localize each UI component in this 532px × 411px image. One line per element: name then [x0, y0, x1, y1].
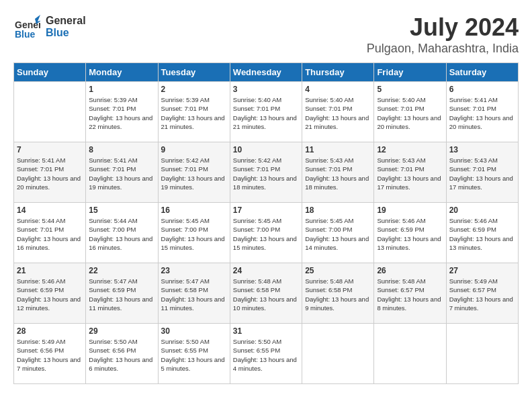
calendar-cell: 18Sunrise: 5:45 AM Sunset: 7:00 PM Dayli… — [302, 203, 374, 263]
calendar-cell: 14Sunrise: 5:44 AM Sunset: 7:01 PM Dayli… — [14, 203, 86, 263]
day-info: Sunrise: 5:47 AM Sunset: 6:59 PM Dayligh… — [89, 277, 154, 312]
day-number: 9 — [161, 145, 227, 154]
day-info: Sunrise: 5:44 AM Sunset: 7:00 PM Dayligh… — [89, 216, 154, 252]
day-number: 19 — [377, 205, 443, 215]
day-info: Sunrise: 5:46 AM Sunset: 6:59 PM Dayligh… — [17, 277, 83, 312]
calendar-cell: 22Sunrise: 5:47 AM Sunset: 6:59 PM Dayli… — [86, 263, 158, 324]
day-info: Sunrise: 5:42 AM Sunset: 7:01 PM Dayligh… — [161, 156, 227, 191]
calendar-cell — [374, 324, 446, 384]
calendar-week-row: 21Sunrise: 5:46 AM Sunset: 6:59 PM Dayli… — [14, 263, 519, 324]
calendar-cell: 29Sunrise: 5:50 AM Sunset: 6:56 PM Dayli… — [86, 324, 158, 384]
calendar-cell: 12Sunrise: 5:43 AM Sunset: 7:01 PM Dayli… — [374, 142, 446, 203]
day-number: 1 — [89, 85, 154, 94]
logo: General Blue General Blue — [13, 13, 86, 40]
weekday-header: Sunday — [14, 63, 86, 82]
calendar-title: July 2024 — [367, 13, 519, 42]
day-number: 13 — [449, 145, 515, 154]
day-info: Sunrise: 5:45 AM Sunset: 7:00 PM Dayligh… — [161, 216, 227, 252]
calendar-week-row: 14Sunrise: 5:44 AM Sunset: 7:01 PM Dayli… — [14, 203, 519, 263]
calendar-cell: 20Sunrise: 5:46 AM Sunset: 6:59 PM Dayli… — [446, 203, 518, 263]
day-number: 11 — [305, 145, 371, 154]
svg-text:Blue: Blue — [15, 29, 36, 40]
day-info: Sunrise: 5:44 AM Sunset: 7:01 PM Dayligh… — [17, 216, 83, 252]
calendar-cell: 15Sunrise: 5:44 AM Sunset: 7:00 PM Dayli… — [86, 203, 158, 263]
day-info: Sunrise: 5:50 AM Sunset: 6:55 PM Dayligh… — [161, 337, 227, 373]
day-number: 18 — [305, 205, 371, 215]
calendar-cell: 31Sunrise: 5:50 AM Sunset: 6:55 PM Dayli… — [230, 324, 302, 384]
day-info: Sunrise: 5:41 AM Sunset: 7:01 PM Dayligh… — [89, 156, 154, 191]
day-number: 4 — [305, 85, 371, 94]
weekday-header: Saturday — [446, 63, 518, 82]
day-info: Sunrise: 5:48 AM Sunset: 6:58 PM Dayligh… — [233, 277, 299, 312]
calendar-cell: 1Sunrise: 5:39 AM Sunset: 7:01 PM Daylig… — [86, 82, 158, 142]
day-info: Sunrise: 5:46 AM Sunset: 6:59 PM Dayligh… — [377, 216, 443, 252]
calendar-table: SundayMondayTuesdayWednesdayThursdayFrid… — [13, 62, 519, 384]
day-info: Sunrise: 5:43 AM Sunset: 7:01 PM Dayligh… — [305, 156, 371, 191]
weekday-header: Wednesday — [230, 63, 302, 82]
weekday-header: Thursday — [302, 63, 374, 82]
day-info: Sunrise: 5:50 AM Sunset: 6:56 PM Dayligh… — [89, 337, 154, 373]
day-number: 20 — [449, 205, 515, 215]
calendar-cell: 16Sunrise: 5:45 AM Sunset: 7:00 PM Dayli… — [158, 203, 230, 263]
day-info: Sunrise: 5:41 AM Sunset: 7:01 PM Dayligh… — [449, 95, 515, 131]
day-number: 3 — [233, 85, 299, 94]
day-info: Sunrise: 5:47 AM Sunset: 6:58 PM Dayligh… — [161, 277, 227, 312]
calendar-week-row: 7Sunrise: 5:41 AM Sunset: 7:01 PM Daylig… — [14, 142, 519, 203]
day-number: 28 — [17, 326, 83, 336]
day-info: Sunrise: 5:49 AM Sunset: 6:56 PM Dayligh… — [17, 337, 83, 373]
day-number: 15 — [89, 205, 154, 215]
day-info: Sunrise: 5:48 AM Sunset: 6:57 PM Dayligh… — [377, 277, 443, 312]
day-info: Sunrise: 5:42 AM Sunset: 7:01 PM Dayligh… — [233, 156, 299, 191]
day-number: 14 — [17, 205, 83, 215]
calendar-cell: 17Sunrise: 5:45 AM Sunset: 7:00 PM Dayli… — [230, 203, 302, 263]
calendar-cell: 4Sunrise: 5:40 AM Sunset: 7:01 PM Daylig… — [302, 82, 374, 142]
logo-icon: General Blue — [13, 13, 40, 40]
calendar-cell: 6Sunrise: 5:41 AM Sunset: 7:01 PM Daylig… — [446, 82, 518, 142]
day-number: 26 — [377, 266, 443, 275]
calendar-cell: 7Sunrise: 5:41 AM Sunset: 7:01 PM Daylig… — [14, 142, 86, 203]
calendar-cell: 3Sunrise: 5:40 AM Sunset: 7:01 PM Daylig… — [230, 82, 302, 142]
calendar-cell: 13Sunrise: 5:43 AM Sunset: 7:01 PM Dayli… — [446, 142, 518, 203]
day-info: Sunrise: 5:49 AM Sunset: 6:57 PM Dayligh… — [449, 277, 515, 312]
day-number: 7 — [17, 145, 83, 154]
day-number: 31 — [233, 326, 299, 336]
calendar-cell: 11Sunrise: 5:43 AM Sunset: 7:01 PM Dayli… — [302, 142, 374, 203]
calendar-cell: 25Sunrise: 5:48 AM Sunset: 6:58 PM Dayli… — [302, 263, 374, 324]
calendar-cell — [14, 82, 86, 142]
day-info: Sunrise: 5:40 AM Sunset: 7:01 PM Dayligh… — [377, 95, 443, 131]
calendar-cell: 30Sunrise: 5:50 AM Sunset: 6:55 PM Dayli… — [158, 324, 230, 384]
day-info: Sunrise: 5:39 AM Sunset: 7:01 PM Dayligh… — [161, 95, 227, 131]
calendar-cell: 26Sunrise: 5:48 AM Sunset: 6:57 PM Dayli… — [374, 263, 446, 324]
day-number: 10 — [233, 145, 299, 154]
day-number: 17 — [233, 205, 299, 215]
day-number: 24 — [233, 266, 299, 275]
weekday-header: Tuesday — [158, 63, 230, 82]
day-info: Sunrise: 5:39 AM Sunset: 7:01 PM Dayligh… — [89, 95, 154, 131]
calendar-cell: 2Sunrise: 5:39 AM Sunset: 7:01 PM Daylig… — [158, 82, 230, 142]
calendar-cell — [302, 324, 374, 384]
logo-blue: Blue — [46, 27, 86, 39]
weekday-header: Friday — [374, 63, 446, 82]
day-info: Sunrise: 5:45 AM Sunset: 7:00 PM Dayligh… — [305, 216, 371, 252]
calendar-cell: 27Sunrise: 5:49 AM Sunset: 6:57 PM Dayli… — [446, 263, 518, 324]
day-info: Sunrise: 5:41 AM Sunset: 7:01 PM Dayligh… — [17, 156, 83, 191]
calendar-cell: 23Sunrise: 5:47 AM Sunset: 6:58 PM Dayli… — [158, 263, 230, 324]
day-info: Sunrise: 5:46 AM Sunset: 6:59 PM Dayligh… — [449, 216, 515, 252]
day-number: 21 — [17, 266, 83, 275]
day-info: Sunrise: 5:50 AM Sunset: 6:55 PM Dayligh… — [233, 337, 299, 373]
day-info: Sunrise: 5:43 AM Sunset: 7:01 PM Dayligh… — [377, 156, 443, 191]
calendar-cell: 8Sunrise: 5:41 AM Sunset: 7:01 PM Daylig… — [86, 142, 158, 203]
title-block: July 2024 Pulgaon, Maharashtra, India — [367, 13, 519, 56]
page-header: General Blue General Blue July 2024 Pulg… — [13, 13, 519, 56]
calendar-cell: 19Sunrise: 5:46 AM Sunset: 6:59 PM Dayli… — [374, 203, 446, 263]
day-number: 27 — [449, 266, 515, 275]
calendar-cell — [446, 324, 518, 384]
calendar-cell: 28Sunrise: 5:49 AM Sunset: 6:56 PM Dayli… — [14, 324, 86, 384]
day-number: 2 — [161, 85, 227, 94]
day-number: 23 — [161, 266, 227, 275]
day-number: 16 — [161, 205, 227, 215]
day-info: Sunrise: 5:43 AM Sunset: 7:01 PM Dayligh… — [449, 156, 515, 191]
calendar-subtitle: Pulgaon, Maharashtra, India — [367, 42, 519, 56]
day-info: Sunrise: 5:40 AM Sunset: 7:01 PM Dayligh… — [233, 95, 299, 131]
calendar-week-row: 1Sunrise: 5:39 AM Sunset: 7:01 PM Daylig… — [14, 82, 519, 142]
